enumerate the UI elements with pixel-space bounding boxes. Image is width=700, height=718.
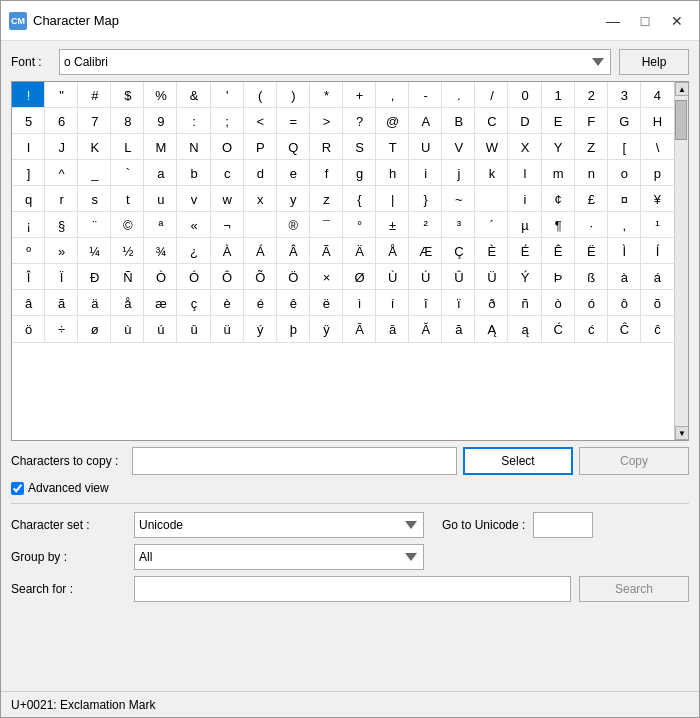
char-cell[interactable]: d <box>244 160 277 186</box>
char-cell[interactable]: ) <box>277 82 310 108</box>
close-button[interactable]: ✕ <box>663 9 691 33</box>
char-cell[interactable]: ÿ <box>310 316 343 342</box>
copy-button[interactable]: Copy <box>579 447 689 475</box>
char-cell[interactable]: ¤ <box>608 186 641 212</box>
char-cell[interactable]: ÷ <box>45 316 78 342</box>
char-cell[interactable]: ¿ <box>177 238 210 264</box>
char-cell[interactable]: î <box>409 290 442 316</box>
maximize-button[interactable]: □ <box>631 9 659 33</box>
char-cell[interactable]: G <box>608 108 641 134</box>
char-cell[interactable]: P <box>244 134 277 160</box>
char-cell[interactable]: Ù <box>376 264 409 290</box>
chars-to-copy-input[interactable] <box>132 447 457 475</box>
char-cell[interactable]: û <box>177 316 210 342</box>
char-cell[interactable]: A <box>409 108 442 134</box>
char-cell[interactable]: 4 <box>641 82 674 108</box>
char-cell[interactable]: È <box>475 238 508 264</box>
char-cell[interactable]: w <box>211 186 244 212</box>
char-cell[interactable]: V <box>442 134 475 160</box>
char-cell[interactable]: < <box>244 108 277 134</box>
char-cell[interactable]: É <box>508 238 541 264</box>
char-cell[interactable]: À <box>211 238 244 264</box>
char-cell[interactable]: á <box>641 264 674 290</box>
char-cell[interactable]: @ <box>376 108 409 134</box>
char-cell[interactable]: Ö <box>277 264 310 290</box>
char-cell[interactable]: - <box>409 82 442 108</box>
scroll-down-button[interactable]: ▼ <box>675 426 689 440</box>
char-cell[interactable]: ¡ <box>12 212 45 238</box>
minimize-button[interactable]: — <box>599 9 627 33</box>
char-cell[interactable]: ä <box>78 290 111 316</box>
char-cell[interactable]: ì <box>343 290 376 316</box>
char-cell[interactable]: è <box>211 290 244 316</box>
char-cell[interactable]: & <box>177 82 210 108</box>
char-cell[interactable]: r <box>45 186 78 212</box>
char-cell[interactable]: ( <box>244 82 277 108</box>
char-cell[interactable]: n <box>575 160 608 186</box>
char-cell[interactable]: × <box>310 264 343 290</box>
char-cell[interactable]: Ã <box>310 238 343 264</box>
char-cell[interactable]: « <box>177 212 210 238</box>
char-cell[interactable]: X <box>508 134 541 160</box>
search-input[interactable] <box>134 576 571 602</box>
char-cell[interactable]: ë <box>310 290 343 316</box>
char-cell[interactable]: ; <box>211 108 244 134</box>
char-cell[interactable]: ¬ <box>211 212 244 238</box>
char-cell[interactable]: x <box>244 186 277 212</box>
char-cell[interactable]: ³ <box>442 212 475 238</box>
char-cell[interactable]: 6 <box>45 108 78 134</box>
char-cell[interactable]: ā <box>376 316 409 342</box>
char-cell[interactable]: Î <box>12 264 45 290</box>
char-cell[interactable]: £ <box>575 186 608 212</box>
char-cell[interactable]: _ <box>78 160 111 186</box>
char-cell[interactable]: L <box>111 134 144 160</box>
char-cell[interactable]: ĉ <box>641 316 674 342</box>
char-cell[interactable]: ï <box>442 290 475 316</box>
char-cell[interactable]: / <box>475 82 508 108</box>
char-cell[interactable]: ~ <box>442 186 475 212</box>
char-cell[interactable]: \ <box>641 134 674 160</box>
char-cell[interactable]: ç <box>177 290 210 316</box>
char-cell[interactable]: ´ <box>475 212 508 238</box>
scroll-thumb[interactable] <box>675 100 687 140</box>
char-cell[interactable]: + <box>343 82 376 108</box>
char-cell[interactable]: Å <box>376 238 409 264</box>
char-cell[interactable]: ą <box>508 316 541 342</box>
char-cell[interactable]: = <box>277 108 310 134</box>
char-cell[interactable]: » <box>45 238 78 264</box>
char-cell[interactable]: Á <box>244 238 277 264</box>
char-cell[interactable]: ® <box>277 212 310 238</box>
char-cell[interactable]: ¨ <box>78 212 111 238</box>
char-cell[interactable]: ^ <box>45 160 78 186</box>
char-cell[interactable]: e <box>277 160 310 186</box>
char-cell[interactable]: f <box>310 160 343 186</box>
char-cell[interactable]: ¢ <box>542 186 575 212</box>
char-cell[interactable]: â <box>12 290 45 316</box>
char-cell[interactable]: Ê <box>542 238 575 264</box>
char-cell[interactable]: í <box>376 290 409 316</box>
char-cell[interactable]: ¾ <box>144 238 177 264</box>
char-cell[interactable]: ý <box>244 316 277 342</box>
char-cell[interactable]: u <box>144 186 177 212</box>
char-cell[interactable]: g <box>343 160 376 186</box>
char-cell[interactable]: T <box>376 134 409 160</box>
char-cell[interactable]: Q <box>277 134 310 160</box>
char-cell[interactable]: ù <box>111 316 144 342</box>
char-cell[interactable]: c <box>211 160 244 186</box>
char-cell[interactable]: à <box>608 264 641 290</box>
char-cell[interactable]: ô <box>608 290 641 316</box>
char-cell[interactable]: º <box>12 238 45 264</box>
char-cell[interactable]: ê <box>277 290 310 316</box>
char-cell[interactable]: 5 <box>12 108 45 134</box>
char-cell[interactable]: þ <box>277 316 310 342</box>
char-cell[interactable]: Ò <box>144 264 177 290</box>
char-cell[interactable]: · <box>575 212 608 238</box>
char-cell[interactable]: B <box>442 108 475 134</box>
char-cell[interactable]: | <box>376 186 409 212</box>
char-cell[interactable]: Ó <box>177 264 210 290</box>
char-cell[interactable]: D <box>508 108 541 134</box>
goto-unicode-input[interactable] <box>533 512 593 538</box>
char-cell[interactable]: ć <box>575 316 608 342</box>
char-cell[interactable]: Ç <box>442 238 475 264</box>
char-cell[interactable]: I <box>12 134 45 160</box>
